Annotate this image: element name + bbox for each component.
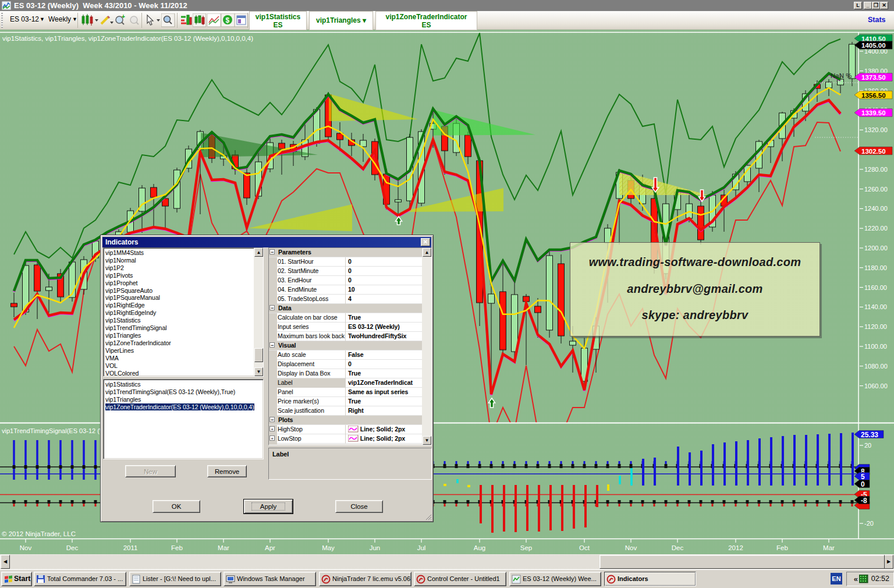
svg-text:1260.00: 1260.00 bbox=[864, 186, 888, 193]
svg-text:1200.00: 1200.00 bbox=[864, 245, 888, 252]
svg-text:1080.00: 1080.00 bbox=[864, 363, 888, 370]
svg-text:Dec: Dec bbox=[66, 544, 79, 551]
svg-text:Sep: Sep bbox=[520, 544, 532, 551]
svg-text:Jul: Jul bbox=[417, 544, 426, 551]
svg-text:1339.50: 1339.50 bbox=[861, 109, 886, 116]
svg-text:1280.00: 1280.00 bbox=[864, 166, 888, 173]
svg-text:Feb: Feb bbox=[171, 544, 183, 551]
svg-text:Oct: Oct bbox=[579, 544, 590, 551]
svg-text:Nov: Nov bbox=[20, 544, 32, 551]
svg-text:25.33: 25.33 bbox=[861, 431, 878, 439]
svg-text:1405.00: 1405.00 bbox=[861, 42, 886, 49]
svg-text:© 2012 NinjaTrader, LLC: © 2012 NinjaTrader, LLC bbox=[2, 530, 76, 537]
svg-text:$: $ bbox=[226, 16, 230, 24]
svg-text:vip1TrendTimingSignal(ES 03-12: vip1TrendTimingSignal(ES 03-12 (W bbox=[2, 427, 106, 434]
svg-text:May: May bbox=[322, 544, 335, 551]
svg-text:-20: -20 bbox=[864, 520, 874, 527]
svg-text:Jun: Jun bbox=[370, 544, 381, 551]
svg-text:Mar: Mar bbox=[218, 544, 229, 551]
svg-text:1160.00: 1160.00 bbox=[864, 284, 887, 291]
svg-text:Aug: Aug bbox=[474, 544, 485, 551]
svg-text:1373.50: 1373.50 bbox=[861, 74, 886, 81]
svg-text:5: 5 bbox=[861, 473, 865, 481]
svg-text:1100.00: 1100.00 bbox=[864, 343, 887, 350]
svg-text:vip1Statistics, vip1Triangles,: vip1Statistics, vip1Triangles, vip1ZoneT… bbox=[2, 35, 253, 42]
svg-text:2012: 2012 bbox=[728, 544, 743, 551]
svg-text:Feb: Feb bbox=[776, 544, 788, 551]
svg-text:1120.00: 1120.00 bbox=[864, 323, 887, 330]
svg-text:Dec: Dec bbox=[672, 544, 684, 551]
svg-text:1180.00: 1180.00 bbox=[864, 264, 887, 271]
svg-text:1356.50: 1356.50 bbox=[861, 92, 886, 99]
svg-text:0: 0 bbox=[861, 480, 865, 488]
svg-text:20: 20 bbox=[864, 442, 871, 449]
svg-text:1320.00: 1320.00 bbox=[864, 126, 888, 133]
svg-text:1220.00: 1220.00 bbox=[864, 225, 888, 232]
svg-text:+: + bbox=[122, 14, 125, 20]
svg-text:NaN %: NaN % bbox=[831, 72, 852, 79]
svg-text:Apr: Apr bbox=[265, 544, 275, 551]
svg-text:1140.00: 1140.00 bbox=[864, 303, 887, 310]
svg-text:2011: 2011 bbox=[123, 544, 138, 551]
svg-text:1240.00: 1240.00 bbox=[864, 205, 888, 212]
svg-text:Mar: Mar bbox=[823, 544, 835, 551]
svg-text:Nov: Nov bbox=[625, 544, 637, 551]
svg-text:-8: -8 bbox=[861, 497, 867, 505]
svg-text:1302.50: 1302.50 bbox=[861, 148, 886, 155]
svg-text:1060.00: 1060.00 bbox=[864, 382, 888, 389]
